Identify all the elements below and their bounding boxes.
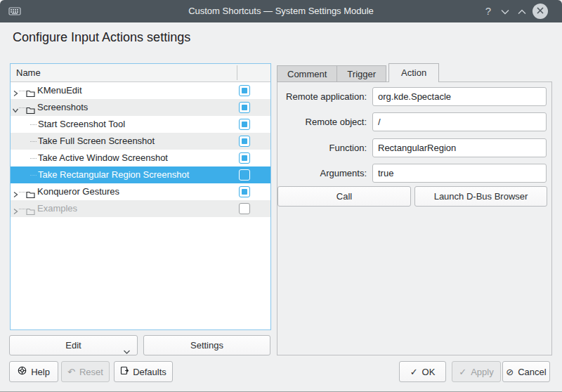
ok-button[interactable]: ✓OK (399, 361, 446, 382)
expander-collapsed-icon[interactable] (11, 86, 20, 95)
remote-application-label: Remote application: (280, 87, 367, 106)
titlebar: Custom Shortcuts — System Settings Modul… (0, 0, 562, 22)
checkbox-mark (242, 155, 247, 161)
tree-header[interactable]: Name (11, 64, 270, 82)
tree-row-take-full-screen[interactable]: Take Full Screen Screenshot (11, 133, 270, 150)
tree-item-label: Take Rectangular Region Screenshot (38, 166, 189, 183)
checkbox-mark (242, 105, 247, 110)
tab-comment[interactable]: Comment (277, 65, 337, 82)
settings-button[interactable]: Settings (143, 335, 270, 355)
remote-application-input[interactable] (372, 87, 547, 106)
item-checkbox[interactable] (239, 85, 250, 96)
cancel-button[interactable]: ⊘Cancel (502, 361, 550, 382)
item-checkbox[interactable] (239, 169, 250, 181)
checkbox-mark (242, 189, 247, 195)
help-button-label: Help (31, 367, 50, 377)
page-title: Configure Input Actions settings (13, 30, 190, 45)
function-input[interactable] (372, 138, 547, 157)
item-checkbox[interactable] (239, 203, 250, 214)
titlebar-help-button[interactable]: ? (479, 0, 497, 22)
close-button[interactable] (532, 4, 548, 19)
defaults-button-label: Defaults (133, 367, 166, 377)
tree-row-screenshots[interactable]: Screenshots (11, 99, 270, 116)
apply-button[interactable]: ✓Apply (452, 361, 501, 382)
tree-row-examples[interactable]: Examples (11, 200, 270, 217)
name-column-header[interactable]: Name (11, 67, 41, 78)
tree-item-label: Take Full Screen Screenshot (38, 133, 155, 150)
item-checkbox[interactable] (239, 152, 250, 164)
folder-icon (26, 103, 35, 116)
arguments-label: Arguments: (280, 164, 367, 183)
remote-object-label: Remote object: (280, 112, 367, 131)
tree-row-kmenuedit[interactable]: KMenuEdit (11, 82, 270, 99)
maximize-button[interactable] (513, 0, 531, 22)
item-checkbox[interactable] (239, 186, 250, 197)
checkbox-mark (242, 122, 247, 127)
item-checkbox[interactable] (239, 102, 250, 113)
minimize-button[interactable] (496, 0, 514, 22)
ok-button-label: OK (422, 367, 436, 377)
folder-icon (26, 188, 35, 200)
launch-dbus-browser-button[interactable]: Launch D-Bus Browser (414, 186, 547, 207)
chevron-down-icon (123, 342, 131, 361)
tree-item-label: KMenuEdit (37, 82, 82, 99)
expander-collapsed-icon[interactable] (11, 188, 20, 196)
edit-button-label: Edit (65, 340, 81, 351)
help-lifebuoy-icon (18, 362, 27, 381)
window-title: Custom Shortcuts — System Settings Modul… (0, 0, 562, 22)
tree-item-label: Start Screenshot Tool (38, 116, 125, 133)
defaults-button[interactable]: Defaults (114, 361, 173, 382)
custom-shortcuts-window: Custom Shortcuts — System Settings Modul… (0, 0, 562, 392)
check-icon: ✓ (459, 362, 466, 381)
folder-icon (26, 204, 35, 217)
reset-button-label: Reset (79, 367, 103, 377)
tree-row-start-screenshot-tool[interactable]: Start Screenshot Tool (11, 116, 270, 133)
remote-object-input[interactable] (372, 112, 547, 131)
actions-tree: Name KMenuEdit Screenshots Start Screens… (10, 63, 271, 330)
tree-item-label: Konqueror Gestures (37, 183, 119, 200)
reset-button[interactable]: ↶Reset (61, 361, 110, 382)
tree-item-label: Examples (37, 200, 77, 217)
cancel-button-label: Cancel (518, 367, 546, 377)
tree-row-take-active-window[interactable]: Take Active Window Screenshot (11, 150, 270, 166)
detail-tabbar: Comment Trigger Action (277, 63, 438, 82)
tree-row-konqueror-gestures[interactable]: Konqueror Gestures (11, 183, 270, 200)
help-button[interactable]: Help (9, 361, 58, 382)
item-checkbox[interactable] (239, 136, 250, 147)
tree-item-label: Take Active Window Screenshot (38, 150, 168, 166)
checkbox-mark (242, 88, 247, 93)
folder-icon (26, 86, 35, 99)
document-revert-icon (120, 362, 129, 381)
tab-action[interactable]: Action (388, 63, 439, 82)
item-checkbox[interactable] (239, 119, 250, 130)
apply-button-label: Apply (471, 367, 494, 377)
arguments-input[interactable] (372, 164, 547, 183)
edit-menu-button[interactable]: Edit (9, 335, 138, 355)
column-separator[interactable] (237, 65, 237, 80)
call-button[interactable]: Call (277, 186, 411, 207)
tab-trigger[interactable]: Trigger (336, 65, 386, 82)
tree-row-take-rectangular-region[interactable]: Take Rectangular Region Screenshot (11, 166, 270, 183)
function-label: Function: (280, 138, 367, 157)
tree-body: KMenuEdit Screenshots Start Screenshot T… (11, 82, 270, 217)
expander-collapsed-icon[interactable] (11, 204, 20, 213)
cancel-icon: ⊘ (506, 362, 514, 381)
undo-icon: ↶ (67, 362, 75, 381)
tree-item-label: Screenshots (37, 99, 88, 116)
check-icon: ✓ (410, 362, 418, 381)
checkbox-mark (242, 138, 247, 144)
expander-expanded-icon[interactable] (11, 103, 20, 112)
